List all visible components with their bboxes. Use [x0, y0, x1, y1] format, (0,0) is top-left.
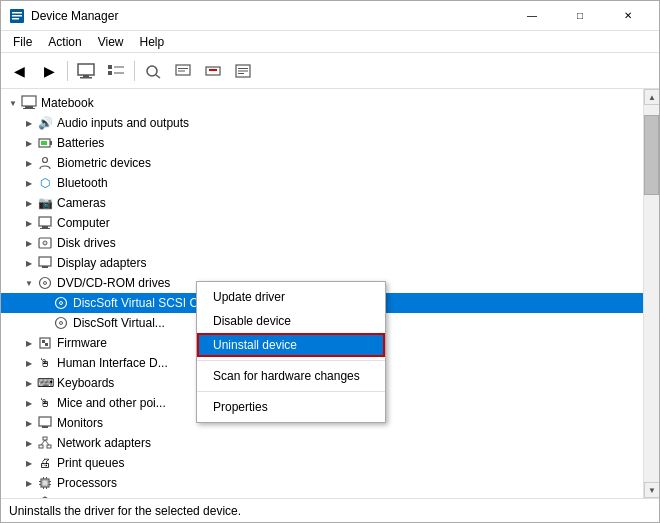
security-icon — [37, 495, 53, 498]
expander-icon — [37, 295, 53, 311]
svg-rect-61 — [49, 481, 51, 482]
ctx-update-driver[interactable]: Update driver — [197, 285, 385, 309]
svg-point-41 — [56, 318, 67, 329]
list-item[interactable]: ▶ 🖨 Print queues — [1, 453, 643, 473]
diskdrives-icon — [37, 235, 53, 251]
svg-rect-15 — [178, 70, 185, 71]
mice-icon: 🖱 — [37, 395, 53, 411]
tb-list[interactable] — [102, 57, 130, 85]
tb-back[interactable]: ◀ — [5, 57, 33, 85]
list-item[interactable]: ▶ Display adapters — [1, 253, 643, 273]
list-item[interactable]: ▶ Security devices — [1, 493, 643, 498]
svg-rect-45 — [45, 343, 48, 346]
list-item[interactable]: ▶ 📷 Cameras — [1, 193, 643, 213]
ctx-uninstall-device[interactable]: Uninstall device — [197, 333, 385, 357]
svg-rect-2 — [12, 15, 22, 17]
expander-icon[interactable]: ▶ — [21, 175, 37, 191]
computer-icon — [37, 215, 53, 231]
expander-icon[interactable]: ▶ — [21, 335, 37, 351]
scroll-thumb[interactable] — [644, 115, 659, 195]
content-area: ▼ Matebook ▶ 🔊 Audio inputs and outputs … — [1, 89, 659, 498]
svg-rect-10 — [114, 72, 124, 73]
item-label: Display adapters — [57, 256, 146, 270]
expander-icon[interactable]: ▶ — [21, 455, 37, 471]
ctx-properties[interactable]: Properties — [197, 395, 385, 419]
item-label: Security devices — [57, 496, 144, 498]
svg-line-12 — [156, 75, 160, 78]
item-label: Biometric devices — [57, 156, 151, 170]
scrollbar[interactable]: ▲ ▼ — [643, 89, 659, 498]
svg-rect-13 — [176, 65, 190, 75]
root-label: Matebook — [41, 96, 94, 110]
menu-file[interactable]: File — [5, 33, 40, 51]
expander-icon[interactable]: ▶ — [21, 495, 37, 498]
svg-rect-3 — [12, 18, 19, 20]
list-item[interactable]: ▶ Disk drives — [1, 233, 643, 253]
svg-point-39 — [56, 298, 67, 309]
svg-rect-21 — [238, 73, 244, 74]
expander-icon[interactable]: ▶ — [21, 195, 37, 211]
expander-icon[interactable]: ▶ — [21, 475, 37, 491]
expander-icon[interactable]: ▶ — [21, 395, 37, 411]
svg-rect-27 — [41, 141, 47, 145]
item-label: Processors — [57, 476, 117, 490]
expander-icon[interactable]: ▶ — [21, 215, 37, 231]
svg-rect-56 — [46, 477, 47, 479]
list-item[interactable]: ▶ Network adapters — [1, 433, 643, 453]
list-item[interactable]: ▶ Batteries — [1, 133, 643, 153]
tb-uninstall[interactable] — [199, 57, 227, 85]
list-item[interactable]: ▶ 🔊 Audio inputs and outputs — [1, 113, 643, 133]
dvd-icon — [37, 275, 53, 291]
item-label: Monitors — [57, 416, 103, 430]
context-menu: Update driver Disable device Uninstall d… — [196, 281, 386, 423]
minimize-button[interactable]: — — [509, 1, 555, 31]
expander-icon[interactable]: ▶ — [21, 115, 37, 131]
tb-search-changes[interactable] — [139, 57, 167, 85]
tb-forward[interactable]: ▶ — [35, 57, 63, 85]
svg-rect-7 — [108, 65, 112, 69]
menu-action[interactable]: Action — [40, 33, 89, 51]
tree-root[interactable]: ▼ Matebook — [1, 93, 643, 113]
expander-icon[interactable]: ▶ — [21, 355, 37, 371]
menu-help[interactable]: Help — [132, 33, 173, 51]
expander-icon[interactable]: ▶ — [21, 135, 37, 151]
svg-rect-58 — [46, 487, 47, 489]
list-item[interactable]: ▶ Processors — [1, 473, 643, 493]
maximize-button[interactable]: □ — [557, 1, 603, 31]
svg-rect-20 — [238, 70, 248, 71]
expander-icon[interactable]: ▶ — [21, 235, 37, 251]
menu-view[interactable]: View — [90, 33, 132, 51]
expander-icon[interactable]: ▶ — [21, 435, 37, 451]
svg-point-37 — [40, 278, 51, 289]
tb-separator-2 — [134, 61, 135, 81]
expander-icon[interactable]: ▶ — [21, 375, 37, 391]
ctx-disable-device[interactable]: Disable device — [197, 309, 385, 333]
svg-rect-60 — [39, 484, 41, 485]
tb-update[interactable] — [169, 57, 197, 85]
item-label: Human Interface D... — [57, 356, 168, 370]
scroll-up-arrow[interactable]: ▲ — [644, 89, 659, 105]
list-item[interactable]: ▶ Computer — [1, 213, 643, 233]
ctx-scan-hardware[interactable]: Scan for hardware changes — [197, 364, 385, 388]
svg-rect-14 — [178, 68, 188, 69]
list-item[interactable]: ▶ Biometric devices — [1, 153, 643, 173]
root-expander[interactable]: ▼ — [5, 95, 21, 111]
tb-computer[interactable] — [72, 57, 100, 85]
window-icon — [9, 8, 25, 24]
tb-properties[interactable] — [229, 57, 257, 85]
expander-icon[interactable]: ▼ — [21, 275, 37, 291]
device-manager-window: Device Manager — □ ✕ File Action View He… — [0, 0, 660, 523]
expander-icon[interactable]: ▶ — [21, 415, 37, 431]
item-label: Bluetooth — [57, 176, 108, 190]
item-label: Mice and other poi... — [57, 396, 166, 410]
close-button[interactable]: ✕ — [605, 1, 651, 31]
list-item[interactable]: ▶ ⬡ Bluetooth — [1, 173, 643, 193]
expander-icon[interactable]: ▶ — [21, 155, 37, 171]
audio-icon: 🔊 — [37, 115, 53, 131]
window-title: Device Manager — [31, 9, 509, 23]
processor-icon — [37, 475, 53, 491]
device-tree[interactable]: ▼ Matebook ▶ 🔊 Audio inputs and outputs … — [1, 89, 643, 498]
scroll-down-arrow[interactable]: ▼ — [644, 482, 659, 498]
expander-icon[interactable]: ▶ — [21, 255, 37, 271]
svg-rect-31 — [40, 228, 50, 229]
